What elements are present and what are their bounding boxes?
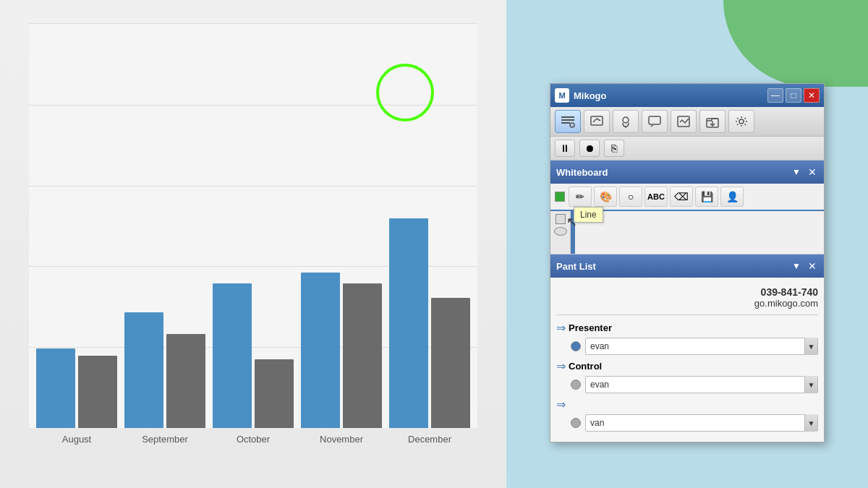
control-arrow-icon: ⇒ (556, 359, 566, 373)
filetransfer-button[interactable] (699, 110, 726, 133)
audio-button[interactable] (613, 110, 639, 133)
main-toolbar (550, 107, 824, 137)
svg-rect-0 (561, 116, 574, 118)
decorative-shape (723, 0, 868, 87)
window-controls: — □ ✕ (767, 88, 820, 103)
whiteboard-toolbar: ✏ 🎨 ○ ABC ⌫ 💾 👤 Line ↖ (550, 184, 824, 211)
palette-tool[interactable]: 🎨 (594, 187, 617, 207)
chart-area: August September October November Decemb… (0, 0, 506, 488)
bar-blue (301, 273, 340, 428)
whiteboard-button[interactable] (584, 110, 610, 133)
whiteboard-close-button[interactable]: ✕ (807, 166, 818, 178)
spacer (556, 341, 566, 351)
eraser-tool[interactable]: ⌫ (670, 187, 693, 207)
x-label-december: December (389, 434, 470, 445)
participant-panel-prefix: P (556, 261, 563, 272)
color-indicator (555, 192, 565, 202)
mikogo-window: M Mikogo — □ ✕ ⏸ ⏺ (550, 83, 825, 442)
close-button[interactable]: ✕ (804, 88, 820, 103)
presenter-dropdown[interactable]: evan ▼ (585, 338, 818, 355)
app-logo: M (555, 88, 569, 103)
bar-group-august (36, 348, 117, 428)
presenter-section: ⇒ Presenter evan ▼ (556, 321, 818, 355)
svg-rect-2 (561, 122, 570, 124)
square-shape-tool[interactable] (556, 214, 566, 224)
control-dot (571, 380, 581, 390)
bar-blue (213, 283, 252, 428)
chat-button[interactable] (642, 110, 668, 133)
minimize-button[interactable]: — (767, 88, 783, 103)
bar-blue (36, 348, 75, 428)
control-dropdown-arrow[interactable]: ▼ (804, 376, 817, 393)
polls-button[interactable] (671, 110, 697, 133)
control-section: ⇒ Control evan ▼ (556, 359, 818, 393)
x-label-september: September (124, 434, 205, 445)
svg-point-3 (570, 123, 574, 127)
x-axis-labels: August September October November Decemb… (29, 434, 477, 445)
third-arrow-icon: ⇒ (556, 398, 566, 411)
participant-title: ant List (563, 261, 596, 272)
third-dropdown-arrow[interactable]: ▼ (804, 414, 817, 432)
bar-gray (343, 283, 382, 428)
bar-group-december (389, 218, 470, 428)
whiteboard-panel-header: Whiteboard ▼ ✕ (550, 160, 824, 184)
bar-blue (389, 218, 428, 428)
participant-panel-header: Pant List ▼ ✕ (550, 254, 824, 278)
third-dropdown[interactable]: van ▼ (585, 414, 818, 432)
bar-gray (166, 334, 205, 428)
pen-tool[interactable]: ✏ (569, 187, 592, 207)
svg-rect-1 (561, 119, 574, 121)
app-title: Mikogo (574, 90, 763, 101)
contact-url: go.mikogo.com (556, 298, 818, 309)
text-tool[interactable]: ABC (644, 187, 668, 207)
whiteboard-title: Whiteboard (556, 167, 786, 178)
maximize-button[interactable]: □ (786, 88, 801, 103)
record-button[interactable]: ⏺ (579, 140, 600, 157)
participant-content: 039-841-740 go.mikogo.com ⇒ Presenter ev… (550, 278, 824, 442)
chart-bars (29, 24, 477, 428)
copy-button[interactable]: ⎘ (604, 140, 624, 157)
contact-info: 039-841-740 go.mikogo.com (556, 283, 818, 315)
circle-tool[interactable]: ○ (619, 187, 642, 207)
svg-rect-9 (649, 116, 660, 124)
participants-button[interactable] (555, 110, 581, 133)
x-label-august: August (36, 434, 117, 445)
presenter-label: Presenter (569, 322, 612, 333)
presenter-dot (571, 341, 581, 351)
settings-button[interactable] (728, 110, 754, 133)
control-label-prefix: C (569, 361, 575, 372)
presenter-row: evan ▼ (556, 338, 818, 355)
oval-shape-tool[interactable] (554, 227, 567, 236)
control-label: Control (569, 361, 602, 372)
presenter-arrow-icon: ⇒ (556, 321, 566, 335)
control-row: evan ▼ (556, 376, 818, 393)
bar-group-october (213, 283, 294, 428)
save-tool[interactable]: 💾 (695, 187, 718, 207)
control-dropdown[interactable]: evan ▼ (585, 376, 818, 393)
control-toolbar: ⏸ ⏺ ⎘ (550, 137, 824, 160)
third-dot (571, 418, 581, 428)
presenter-label-prefix: P (569, 322, 575, 333)
bar-gray (431, 298, 470, 428)
title-bar: M Mikogo — □ ✕ (550, 84, 824, 107)
x-label-november: November (301, 434, 382, 445)
whiteboard-collapse-button[interactable]: ▼ (791, 166, 802, 178)
bar-group-november (301, 273, 382, 428)
bar-gray (78, 356, 117, 428)
svg-line-5 (593, 119, 597, 122)
participant-collapse-button[interactable]: ▼ (791, 260, 802, 272)
bar-gray (255, 359, 294, 428)
third-section: ⇒ van ▼ (556, 398, 818, 432)
pause-button[interactable]: ⏸ (555, 140, 575, 157)
person-tool[interactable]: 👤 (720, 187, 744, 207)
third-row: van ▼ (556, 414, 818, 432)
spacer (556, 380, 566, 390)
participant-close-button[interactable]: ✕ (807, 260, 818, 272)
cursor: ↖ (566, 214, 577, 230)
bar-blue (124, 312, 163, 428)
presenter-dropdown-arrow[interactable]: ▼ (804, 338, 817, 355)
bar-group-september (124, 312, 205, 428)
svg-line-6 (597, 119, 600, 121)
spacer (556, 418, 566, 428)
x-label-october: October (213, 434, 294, 445)
